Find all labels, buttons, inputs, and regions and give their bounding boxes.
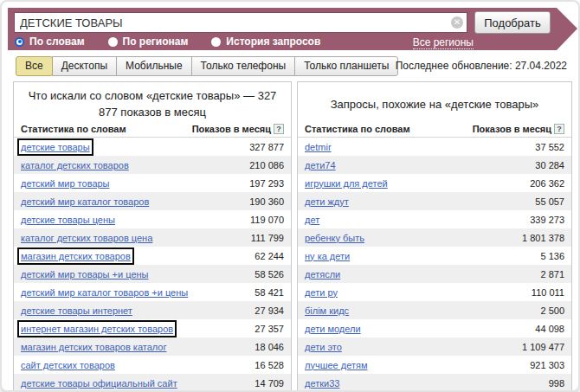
keyword-link[interactable]: магазин детских товаров: [21, 251, 131, 261]
mode-label: По словам: [29, 35, 85, 48]
keyword-link[interactable]: детские товары официальный сайт: [21, 378, 177, 389]
keyword-link[interactable]: дет: [305, 215, 319, 225]
impressions-value: 998: [549, 378, 564, 389]
keyword-link[interactable]: детский мир каталог товаров +и цены: [21, 287, 188, 298]
table-row: детясли2 871: [298, 265, 571, 283]
keyword-link[interactable]: сайт детских товаров: [21, 360, 115, 370]
keyword-link[interactable]: detmir: [305, 142, 332, 152]
device-tabs: Все Десктопы Мобильные Только телефоны Т…: [16, 56, 398, 76]
impressions-value: 58 421: [255, 287, 284, 298]
impressions-value: 1 801 378: [522, 233, 564, 243]
table-row: білім кидс2 500: [298, 301, 571, 319]
keyword-link[interactable]: игрушки для детей: [305, 178, 388, 189]
search-banner: ✕ Подобрать По словам По регионам Истори…: [8, 8, 557, 50]
impressions-value: 27 934: [255, 305, 284, 316]
impressions-value: 119 070: [250, 215, 284, 225]
column-count-label: Показов в месяц: [192, 124, 271, 134]
impressions-value: 111 799: [251, 233, 284, 243]
impressions-value: 2 871: [540, 269, 564, 280]
impressions-value: 55 057: [535, 196, 564, 207]
left-panel: Что искали со словом «детские товары» — …: [13, 81, 292, 392]
keyword-link[interactable]: лучшее детям: [305, 360, 368, 370]
table-row: магазин детских товаров62 244: [14, 247, 291, 265]
tab-mobile[interactable]: Мобильные: [116, 56, 192, 76]
left-table: детские товары327 877каталог детских тов…: [14, 138, 291, 392]
all-regions-link[interactable]: Все регионы: [413, 36, 474, 49]
impressions-value: 197 293: [249, 178, 284, 189]
table-row: дет339 273: [298, 210, 571, 228]
keyword-link[interactable]: детский мир товары: [21, 178, 110, 189]
banner-arrow: [557, 8, 577, 50]
keyword-link[interactable]: магазин детских товаров каталог: [21, 342, 167, 352]
impressions-value: 62 244: [255, 251, 284, 261]
table-row: детские товары327 877: [14, 138, 291, 156]
table-row: детский мир товары +и цены58 526: [14, 265, 291, 283]
impressions-value: 339 273: [530, 215, 564, 225]
search-input[interactable]: [14, 12, 467, 33]
clear-icon[interactable]: ✕: [451, 16, 463, 29]
table-row: detmir37 552: [298, 138, 571, 156]
left-column-header: Статистика по словам Показов в месяц ?: [14, 122, 291, 138]
tab-tablets-only[interactable]: Только планшеты: [294, 56, 398, 76]
keyword-link[interactable]: каталог детских товаров: [21, 160, 129, 170]
tab-phones-only[interactable]: Только телефоны: [191, 56, 296, 76]
mode-radio-words[interactable]: По словам: [15, 35, 85, 48]
impressions-value: 190 360: [249, 196, 284, 207]
keyword-link[interactable]: білім кидс: [305, 305, 349, 316]
table-row: сайт детских товаров16 528: [14, 356, 291, 374]
keyword-link[interactable]: ребенку быть: [305, 233, 364, 243]
submit-button[interactable]: Подобрать: [474, 11, 551, 34]
help-icon[interactable]: ?: [274, 124, 284, 134]
keyword-link[interactable]: дети это: [305, 342, 342, 352]
keyword-link[interactable]: детские товары цены: [21, 215, 115, 225]
table-row: игрушки для детей206 362: [298, 174, 571, 192]
keyword-link[interactable]: детясли: [305, 269, 340, 280]
keyword-link[interactable]: детский мир товары +и цены: [21, 269, 148, 280]
radio-icon: [211, 37, 221, 47]
keyword-link[interactable]: дети ждут: [305, 196, 349, 207]
impressions-value: 2 500: [540, 305, 564, 316]
keyword-link[interactable]: детский мир каталог товаров: [21, 196, 149, 207]
impressions-value: 921 303: [530, 360, 564, 370]
table-row: детский мир каталог товаров +и цены58 42…: [14, 283, 291, 301]
mode-label: По регионам: [123, 35, 189, 48]
wordstat-window: ✕ Подобрать По словам По регионам Истори…: [0, 0, 580, 392]
table-row: каталог детских товаров210 086: [14, 156, 291, 174]
search-field-wrap: ✕: [14, 12, 467, 33]
keyword-link[interactable]: детские товары интернет: [21, 305, 132, 316]
keyword-link[interactable]: каталог детских товаров цена: [21, 233, 152, 243]
table-row: каталог детских товаров цена111 799: [14, 228, 291, 247]
keyword-link[interactable]: дети ру: [305, 287, 338, 298]
keyword-link[interactable]: ну ка дети: [305, 251, 350, 261]
table-row: детские товары цены119 070: [14, 210, 291, 228]
right-panel-title: Запросы, похожие на «детские товары»: [298, 82, 571, 122]
impressions-value: 18 046: [255, 342, 284, 352]
keyword-link[interactable]: детки33: [305, 378, 339, 389]
mode-radio-regions[interactable]: По регионам: [108, 35, 189, 48]
impressions-value: 210 086: [249, 160, 284, 170]
help-icon[interactable]: ?: [554, 124, 564, 134]
impressions-value: 58 526: [255, 269, 284, 280]
keyword-link[interactable]: дети модели: [305, 324, 361, 334]
mode-radio-history[interactable]: История запросов: [211, 35, 320, 48]
impressions-value: 14 709: [255, 378, 284, 389]
tab-desktops[interactable]: Десктопы: [52, 56, 117, 76]
keyword-link[interactable]: интернет магазин детских товаров: [21, 324, 173, 334]
impressions-value: 110 011: [532, 287, 564, 298]
keyword-link[interactable]: детские товары: [21, 142, 90, 152]
table-row: детский мир товары197 293: [14, 174, 291, 192]
radio-icon: [108, 37, 118, 47]
table-row: ну ка дети5 136: [298, 247, 571, 265]
impressions-value: 44 098: [535, 324, 564, 334]
table-row: дети модели44 098: [298, 319, 571, 337]
right-column-header: Статистика по словам Показов в месяц ?: [298, 122, 571, 138]
column-keyword-label: Статистика по словам: [21, 124, 126, 134]
table-row: детские товары официальный сайт14 709: [14, 374, 291, 392]
table-row: дети7430 284: [298, 156, 571, 174]
keyword-link[interactable]: дети74: [305, 160, 336, 170]
table-row: дети ру110 011: [298, 283, 571, 301]
search-mode-group: По словам По регионам История запросов: [15, 35, 320, 48]
table-row: детки33998: [298, 374, 571, 392]
left-panel-title: Что искали со словом «детские товары» — …: [14, 82, 291, 122]
tab-all[interactable]: Все: [16, 56, 53, 76]
